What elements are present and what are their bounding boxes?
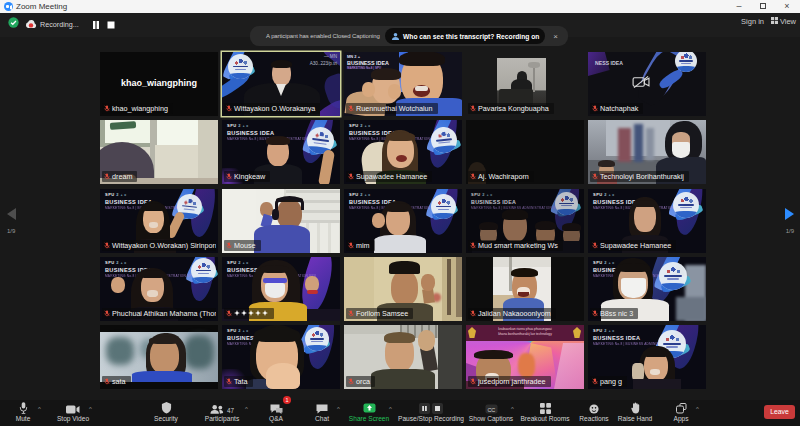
svg-text:CC: CC <box>487 407 495 413</box>
